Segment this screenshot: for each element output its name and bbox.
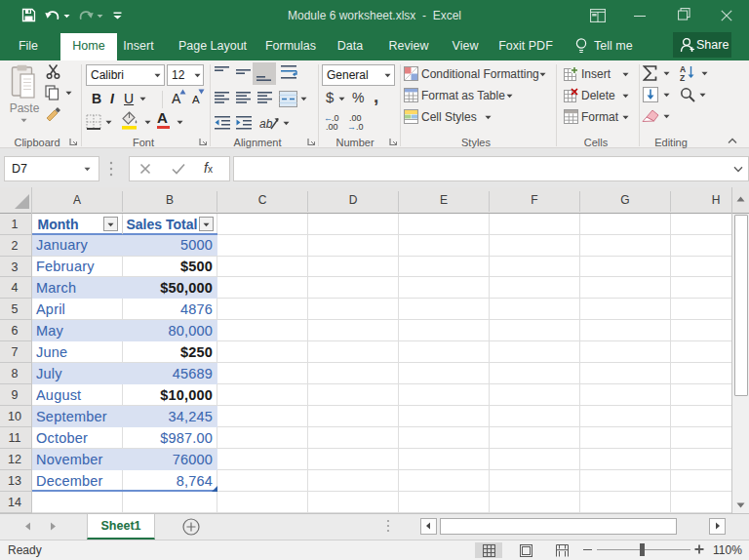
svg-text:ab: ab <box>259 117 273 131</box>
svg-text:.0: .0 <box>356 122 364 131</box>
svg-text:→: → <box>347 122 356 131</box>
svg-text:.00: .00 <box>326 122 338 131</box>
svg-text:Z: Z <box>680 73 685 82</box>
